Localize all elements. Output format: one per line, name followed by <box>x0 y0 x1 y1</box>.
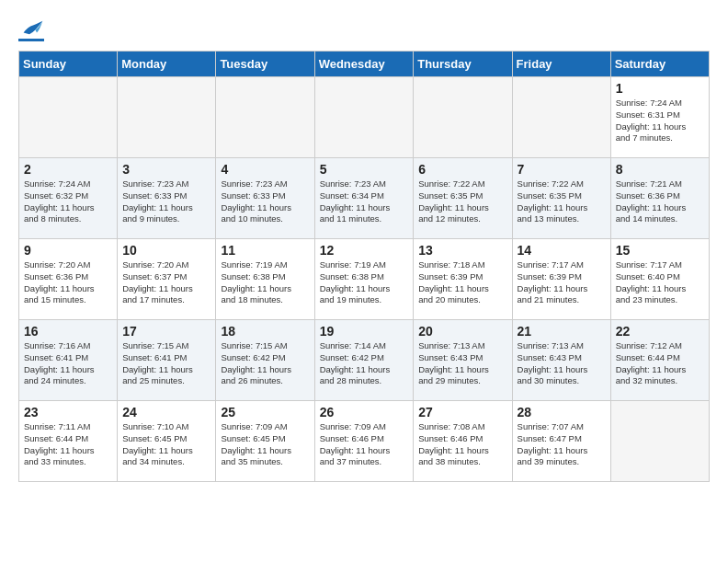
day-info: Sunrise: 7:10 AM Sunset: 6:45 PM Dayligh… <box>122 421 210 468</box>
day-info: Sunrise: 7:15 AM Sunset: 6:41 PM Dayligh… <box>122 340 210 387</box>
day-number: 8 <box>616 162 704 177</box>
day-number: 11 <box>221 243 309 258</box>
calendar-day-cell: 24Sunrise: 7:10 AM Sunset: 6:45 PM Dayli… <box>118 401 216 482</box>
logo-bird-icon <box>22 18 44 37</box>
calendar-day-cell: 27Sunrise: 7:08 AM Sunset: 6:46 PM Dayli… <box>414 401 512 482</box>
calendar-day-cell: 26Sunrise: 7:09 AM Sunset: 6:46 PM Dayli… <box>314 401 414 482</box>
calendar-day-cell: 28Sunrise: 7:07 AM Sunset: 6:47 PM Dayli… <box>512 401 610 482</box>
calendar-day-cell: 12Sunrise: 7:19 AM Sunset: 6:38 PM Dayli… <box>314 239 414 320</box>
logo <box>18 18 44 41</box>
day-info: Sunrise: 7:22 AM Sunset: 6:35 PM Dayligh… <box>418 178 506 225</box>
day-number: 15 <box>616 243 704 258</box>
calendar-day-cell <box>512 77 610 158</box>
calendar-header-saturday: Saturday <box>610 52 709 77</box>
day-number: 25 <box>221 405 309 419</box>
calendar-day-cell: 13Sunrise: 7:18 AM Sunset: 6:39 PM Dayli… <box>414 239 512 320</box>
day-number: 28 <box>518 405 606 419</box>
calendar-day-cell: 20Sunrise: 7:13 AM Sunset: 6:43 PM Dayli… <box>414 320 512 401</box>
day-number: 19 <box>320 324 409 339</box>
calendar-week-row: 16Sunrise: 7:16 AM Sunset: 6:41 PM Dayli… <box>19 320 710 401</box>
calendar-day-cell: 9Sunrise: 7:20 AM Sunset: 6:36 PM Daylig… <box>19 239 118 320</box>
calendar-day-cell: 8Sunrise: 7:21 AM Sunset: 6:36 PM Daylig… <box>610 158 709 239</box>
day-number: 17 <box>122 324 210 339</box>
day-number: 10 <box>122 243 210 258</box>
day-info: Sunrise: 7:20 AM Sunset: 6:37 PM Dayligh… <box>122 259 210 306</box>
day-number: 26 <box>320 405 409 419</box>
calendar-header-monday: Monday <box>118 52 216 77</box>
day-number: 9 <box>24 243 112 258</box>
day-info: Sunrise: 7:17 AM Sunset: 6:40 PM Dayligh… <box>616 259 704 306</box>
day-number: 27 <box>418 405 506 419</box>
calendar-day-cell: 11Sunrise: 7:19 AM Sunset: 6:38 PM Dayli… <box>216 239 314 320</box>
day-number: 1 <box>616 81 704 96</box>
logo-underline <box>18 39 44 41</box>
day-info: Sunrise: 7:21 AM Sunset: 6:36 PM Dayligh… <box>616 178 704 225</box>
calendar-table: SundayMondayTuesdayWednesdayThursdayFrid… <box>18 51 710 482</box>
calendar-day-cell <box>414 77 512 158</box>
day-info: Sunrise: 7:23 AM Sunset: 6:34 PM Dayligh… <box>320 178 409 225</box>
calendar-day-cell: 21Sunrise: 7:13 AM Sunset: 6:43 PM Dayli… <box>512 320 610 401</box>
day-number: 20 <box>418 324 506 339</box>
day-info: Sunrise: 7:16 AM Sunset: 6:41 PM Dayligh… <box>24 340 112 387</box>
calendar-day-cell: 14Sunrise: 7:17 AM Sunset: 6:39 PM Dayli… <box>512 239 610 320</box>
calendar-header-wednesday: Wednesday <box>314 52 414 77</box>
calendar-day-cell: 23Sunrise: 7:11 AM Sunset: 6:44 PM Dayli… <box>19 401 118 482</box>
calendar-header-sunday: Sunday <box>19 52 118 77</box>
calendar-day-cell: 17Sunrise: 7:15 AM Sunset: 6:41 PM Dayli… <box>118 320 216 401</box>
day-info: Sunrise: 7:20 AM Sunset: 6:36 PM Dayligh… <box>24 259 112 306</box>
calendar-day-cell <box>610 401 709 482</box>
day-info: Sunrise: 7:09 AM Sunset: 6:46 PM Dayligh… <box>320 421 409 468</box>
calendar-header-row: SundayMondayTuesdayWednesdayThursdayFrid… <box>19 52 710 77</box>
day-number: 3 <box>122 162 210 177</box>
calendar-day-cell <box>216 77 314 158</box>
day-number: 13 <box>418 243 506 258</box>
day-number: 5 <box>320 162 409 177</box>
day-number: 16 <box>24 324 112 339</box>
day-info: Sunrise: 7:23 AM Sunset: 6:33 PM Dayligh… <box>221 178 309 225</box>
day-number: 22 <box>616 324 704 339</box>
day-info: Sunrise: 7:24 AM Sunset: 6:32 PM Dayligh… <box>24 178 112 225</box>
calendar-header-thursday: Thursday <box>414 52 512 77</box>
day-info: Sunrise: 7:24 AM Sunset: 6:31 PM Dayligh… <box>616 98 704 144</box>
calendar-day-cell: 19Sunrise: 7:14 AM Sunset: 6:42 PM Dayli… <box>314 320 414 401</box>
day-number: 23 <box>24 405 112 419</box>
day-info: Sunrise: 7:08 AM Sunset: 6:46 PM Dayligh… <box>418 421 506 468</box>
day-number: 12 <box>320 243 409 258</box>
day-info: Sunrise: 7:22 AM Sunset: 6:35 PM Dayligh… <box>518 178 606 225</box>
calendar-header-friday: Friday <box>512 52 610 77</box>
day-info: Sunrise: 7:19 AM Sunset: 6:38 PM Dayligh… <box>320 259 409 306</box>
page-header <box>18 18 710 41</box>
calendar-day-cell: 6Sunrise: 7:22 AM Sunset: 6:35 PM Daylig… <box>414 158 512 239</box>
day-info: Sunrise: 7:23 AM Sunset: 6:33 PM Dayligh… <box>122 178 210 225</box>
calendar-week-row: 23Sunrise: 7:11 AM Sunset: 6:44 PM Dayli… <box>19 401 710 482</box>
calendar-day-cell <box>19 77 118 158</box>
calendar-day-cell: 5Sunrise: 7:23 AM Sunset: 6:34 PM Daylig… <box>314 158 414 239</box>
calendar-day-cell <box>118 77 216 158</box>
calendar-day-cell: 4Sunrise: 7:23 AM Sunset: 6:33 PM Daylig… <box>216 158 314 239</box>
day-info: Sunrise: 7:14 AM Sunset: 6:42 PM Dayligh… <box>320 340 409 387</box>
calendar-day-cell: 15Sunrise: 7:17 AM Sunset: 6:40 PM Dayli… <box>610 239 709 320</box>
calendar-day-cell: 16Sunrise: 7:16 AM Sunset: 6:41 PM Dayli… <box>19 320 118 401</box>
day-info: Sunrise: 7:13 AM Sunset: 6:43 PM Dayligh… <box>418 340 506 387</box>
day-number: 4 <box>221 162 309 177</box>
day-number: 21 <box>518 324 606 339</box>
day-info: Sunrise: 7:09 AM Sunset: 6:45 PM Dayligh… <box>221 421 309 468</box>
calendar-day-cell: 25Sunrise: 7:09 AM Sunset: 6:45 PM Dayli… <box>216 401 314 482</box>
day-number: 2 <box>24 162 112 177</box>
day-info: Sunrise: 7:12 AM Sunset: 6:44 PM Dayligh… <box>616 340 704 387</box>
day-number: 18 <box>221 324 309 339</box>
calendar-week-row: 9Sunrise: 7:20 AM Sunset: 6:36 PM Daylig… <box>19 239 710 320</box>
day-info: Sunrise: 7:18 AM Sunset: 6:39 PM Dayligh… <box>418 259 506 306</box>
day-number: 14 <box>518 243 606 258</box>
day-number: 7 <box>518 162 606 177</box>
day-info: Sunrise: 7:11 AM Sunset: 6:44 PM Dayligh… <box>24 421 112 468</box>
calendar-day-cell: 10Sunrise: 7:20 AM Sunset: 6:37 PM Dayli… <box>118 239 216 320</box>
day-number: 6 <box>418 162 506 177</box>
day-info: Sunrise: 7:13 AM Sunset: 6:43 PM Dayligh… <box>518 340 606 387</box>
calendar-day-cell: 3Sunrise: 7:23 AM Sunset: 6:33 PM Daylig… <box>118 158 216 239</box>
calendar-day-cell: 7Sunrise: 7:22 AM Sunset: 6:35 PM Daylig… <box>512 158 610 239</box>
calendar-week-row: 2Sunrise: 7:24 AM Sunset: 6:32 PM Daylig… <box>19 158 710 239</box>
calendar-day-cell: 18Sunrise: 7:15 AM Sunset: 6:42 PM Dayli… <box>216 320 314 401</box>
day-number: 24 <box>122 405 210 419</box>
day-info: Sunrise: 7:17 AM Sunset: 6:39 PM Dayligh… <box>518 259 606 306</box>
